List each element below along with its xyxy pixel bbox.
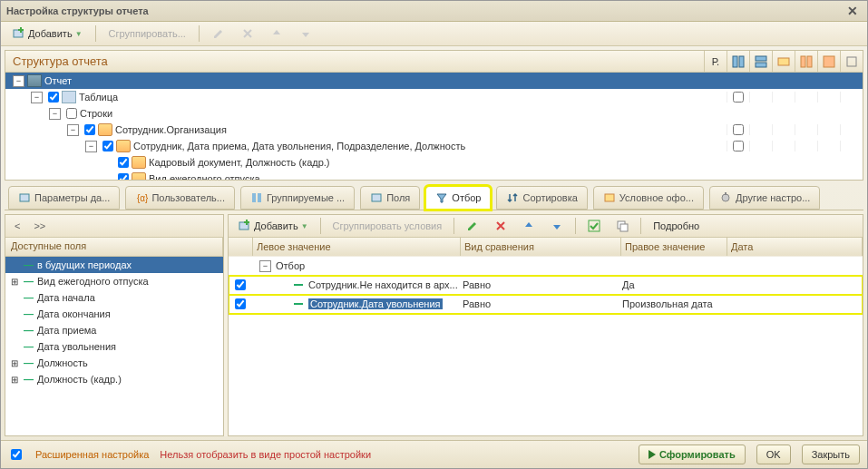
expander-icon[interactable]: − [49,108,61,120]
filter-detail-button[interactable]: Подробно [647,218,706,234]
fields-icon [370,191,383,204]
filter-group-button: Сгруппировать условия [327,218,449,234]
svg-rect-2 [18,29,24,31]
tree-label: Отчет [44,75,72,86]
group-icon [250,191,263,204]
tab-label: Отбор [452,192,481,203]
tab-filter[interactable]: Отбор [425,186,491,210]
filter-right-value[interactable]: Да [619,279,724,290]
tree-label: Вид ежегодного отпуска [149,173,260,180]
svg-rect-22 [244,221,249,223]
filter-checkbox[interactable] [235,298,246,309]
svg-rect-5 [756,56,766,61]
filter-down-icon[interactable] [544,217,570,235]
field-row[interactable]: —Дата увольнения [5,338,223,355]
nav-fwd[interactable]: >> [28,219,51,233]
tree-row[interactable]: −Таблица [5,89,863,105]
delete-icon [235,24,260,43]
filter-delete-icon[interactable] [488,217,513,235]
available-fields-list[interactable]: —в будущих периодах⊞—Вид ежегодного отпу… [5,257,223,435]
expander-icon[interactable]: ⊞ [9,277,20,287]
field-label: Должность [37,357,88,368]
tree-row[interactable]: −Сотрудник, Дата приема, Дата увольнения… [5,138,863,154]
nav-back[interactable]: < [9,219,25,233]
filter-parent-row[interactable]: − Отбор [229,257,863,276]
field-row[interactable]: —Дата приема [5,322,223,338]
expander-icon[interactable]: ⊞ [9,375,20,385]
tree-row[interactable]: −Отчет [5,73,863,89]
field-row[interactable]: ⊞—Вид ежегодного отпуска [5,273,223,289]
row-checkbox[interactable] [102,141,113,151]
col-icon-2[interactable] [749,51,772,72]
expander-icon[interactable]: − [13,75,24,87]
row-checkbox[interactable] [118,173,129,180]
structure-tree[interactable]: −Отчет−Таблица−Строки−Сотрудник.Организа… [5,73,863,180]
close-icon[interactable]: ✕ [844,4,862,18]
filter-copy-icon[interactable] [610,217,635,235]
field-icon: — [24,325,34,336]
filter-left-value[interactable]: Сотрудник.Не находится в арх... [308,279,458,290]
expander-icon[interactable]: − [85,141,97,152]
filter-edit-icon[interactable] [460,217,485,235]
filter-up-icon[interactable] [516,217,541,235]
tab-params[interactable]: Параметры да... [8,186,120,210]
filter-grid[interactable]: − ОтборСотрудник.Не находится в арх...Ра… [229,257,863,435]
group-button: Сгруппировать... [102,25,192,42]
field-row[interactable]: —в будущих периодах [5,257,223,273]
close-button[interactable]: Закрыть [802,445,860,464]
filter-row[interactable]: Сотрудник.Не находится в арх...РавноДа [229,276,863,295]
row-checkbox[interactable] [66,108,77,119]
tab-other[interactable]: Другие настро... [709,186,820,210]
tab-cond[interactable]: Условное офо... [593,186,704,210]
svg-rect-4 [739,56,744,67]
advanced-checkbox[interactable] [11,449,22,460]
filter-compare[interactable]: Равно [459,298,619,309]
filter-add-button[interactable]: Добавить▼ [232,217,315,235]
tree-row[interactable]: −Сотрудник.Организация [5,122,863,138]
col-icon-3[interactable] [772,51,795,72]
row-checkbox[interactable] [118,157,129,168]
add-button[interactable]: Добавить ▼ [6,24,89,43]
svg-rect-15 [258,193,261,202]
tab-user[interactable]: {α}Пользователь... [125,186,235,210]
dash-icon [294,303,303,305]
expander-icon[interactable]: − [31,92,43,103]
tab-group[interactable]: Группируемые ... [240,186,355,210]
tree-row[interactable]: Кадровый документ, Должность (кадр.) [5,154,863,171]
filter-left-value[interactable]: Сотрудник.Дата увольнения [308,298,443,309]
r-checkbox[interactable] [733,92,744,103]
row-checkbox[interactable] [48,92,59,103]
tab-sort[interactable]: Сортировка [496,186,587,210]
move-up-icon [264,24,289,43]
move-down-icon [293,24,318,43]
r-checkbox[interactable] [733,141,744,151]
col-icon-1[interactable] [727,51,749,72]
ok-button[interactable]: OK [756,445,791,464]
col-r: Р. [704,51,727,72]
expander-icon[interactable]: ⊞ [9,358,20,368]
field-label: Дата начала [37,292,95,303]
filter-check-icon[interactable] [581,217,607,235]
field-row[interactable]: —Дата начала [5,289,223,306]
field-row[interactable]: ⊞—Должность (кадр.) [5,371,223,387]
tab-fields[interactable]: Поля [360,186,420,210]
filter-checkbox[interactable] [235,279,246,290]
expander-icon[interactable]: − [259,260,271,272]
field-row[interactable]: ⊞—Должность [5,355,223,371]
col-icon-6[interactable] [840,51,863,72]
filter-row[interactable]: Сотрудник.Дата увольненияРавноПроизвольн… [229,295,863,314]
form-button[interactable]: Сформировать [639,445,746,464]
col-icon-5[interactable] [817,51,840,72]
filter-compare[interactable]: Равно [459,279,619,290]
filter-panel: Добавить▼ Сгруппировать условия Подробно… [228,214,863,436]
col-icon-4[interactable] [795,51,817,72]
row-checkbox[interactable] [84,124,95,135]
field-label: Дата увольнения [37,341,116,352]
field-row[interactable]: —Дата окончания [5,306,223,322]
r-checkbox[interactable] [733,124,744,135]
tree-row[interactable]: −Строки [5,105,863,122]
tree-row[interactable]: Вид ежегодного отпуска [5,171,863,180]
filter-right-value[interactable]: Произвольная дата [619,298,724,309]
expander-icon[interactable]: − [67,124,79,136]
cond-icon [603,191,616,204]
